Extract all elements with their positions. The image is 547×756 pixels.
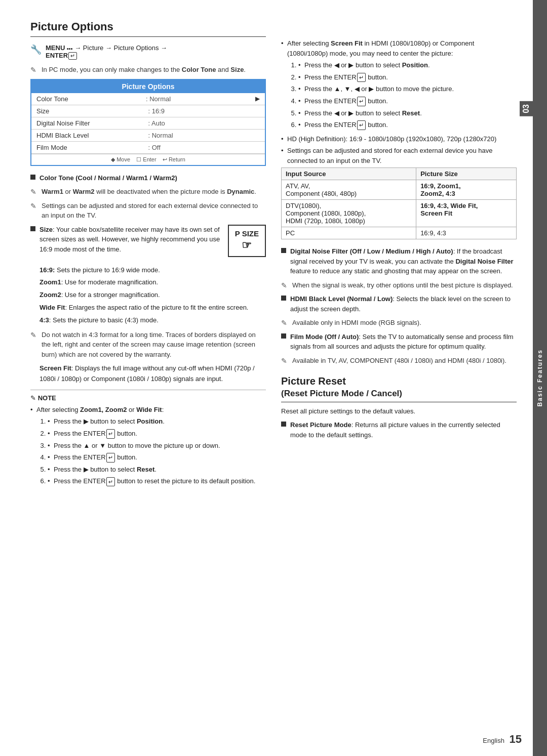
sf-step-6: Press the ENTER↵ button.	[298, 120, 517, 130]
bullet-icon	[30, 175, 35, 180]
row-label-dnf: Digital Noise Filter	[36, 119, 148, 127]
input-source-table: Input Source Picture Size ATV, AV,Compon…	[281, 167, 517, 239]
psize-label: P SIZE	[235, 229, 259, 238]
settings-note: Settings can be adjusted and stored for …	[30, 201, 266, 221]
color-tone-text: Color Tone (Cool / Normal / Warm1 / Warm…	[40, 173, 177, 183]
size-dtv: 16:9, 4:3, Wide Fit,Screen Fit	[416, 200, 517, 227]
sidebar-label: Basic Features	[536, 349, 543, 406]
size-descriptions: 16:9: Sets the picture to 16:9 wide mode…	[30, 265, 266, 326]
sf-step-4: Press the ENTER↵ button.	[298, 96, 517, 106]
table-row: Size : 16:9	[31, 105, 265, 117]
dnf-section: Digital Noise Filter (Off / Low / Medium…	[281, 246, 517, 276]
dnf-note: When the signal is weak, try other optio…	[281, 280, 517, 290]
source-atv: ATV, AV,Component (480i, 480p)	[282, 180, 416, 200]
enter-button-symbol: ↵	[68, 52, 77, 60]
row-label-hdmi: HDMI Black Level	[36, 132, 148, 139]
right-column: After selecting Screen Fit in HDMI (1080…	[281, 20, 517, 490]
source-dtv: DTV(1080i),Component (1080i, 1080p),HDMI…	[282, 200, 416, 227]
table-row-pc: PC 16:9, 4:3	[282, 227, 517, 239]
step-6: Press the ENTER↵ button to reset the pic…	[48, 476, 266, 486]
psize-icon: ☞	[242, 239, 252, 251]
page-footer: English 15	[483, 733, 522, 746]
row-value-size: : 16:9	[148, 107, 260, 115]
section-number: 03	[520, 101, 533, 116]
screen-fit-note: After selecting Screen Fit in HDMI (1080…	[281, 38, 517, 130]
hdmi-note: Available only in HDMI mode (RGB signals…	[281, 318, 517, 328]
hdmi-text: HDMI Black Level (Normal / Low): Selects…	[290, 294, 517, 314]
table-row-atv: ATV, AV,Component (480i, 480p) 16:9, Zoo…	[282, 180, 517, 200]
step-2: Press the ENTER↵ button.	[48, 429, 266, 439]
reset-title: Picture Reset (Reset Picture Mode / Canc…	[281, 375, 517, 402]
table-row-dtv: DTV(1080i),Component (1080i, 1080p),HDMI…	[282, 200, 517, 227]
table-row: Film Mode : Off	[31, 142, 265, 154]
note-label: NOTE	[30, 394, 266, 402]
settings-store-note: Settings can be adjusted and stored for …	[281, 146, 517, 165]
note-item-zoom: After selecting Zoom1, Zoom2 or Wide Fit…	[30, 405, 266, 486]
step-1: Press the ▶ button to select Position.	[48, 416, 266, 427]
table-row: HDMI Black Level : Normal	[31, 130, 265, 142]
size-title-text: Size: Your cable box/satellite receiver …	[40, 225, 266, 261]
row-value-hdmi: : Normal	[148, 132, 260, 139]
screen-fit-list: After selecting Screen Fit in HDMI (1080…	[281, 38, 517, 165]
source-pc: PC	[282, 227, 416, 239]
bullet-icon	[281, 333, 286, 339]
sf-step-1: Press the ◀ or ▶ button to select Positi…	[298, 60, 517, 70]
left-column: Picture Options 🔧 MENU ▪▪▪ → Picture → P…	[30, 20, 266, 490]
size-atv: 16:9, Zoom1,Zoom2, 4:3	[416, 180, 517, 200]
note-list: After selecting Zoom1, Zoom2 or Wide Fit…	[30, 405, 266, 486]
hdmi-section: HDMI Black Level (Normal / Low): Selects…	[281, 294, 517, 314]
size-pc: 16:9, 4:3	[416, 227, 517, 239]
reset-desc: Reset all picture settings to the defaul…	[281, 407, 517, 415]
row-label-color-tone: Color Tone	[36, 95, 146, 103]
intro-note: In PC mode, you can only make changes to…	[30, 65, 266, 75]
reset-picture-mode: Reset Picture Mode: Returns all picture …	[281, 420, 517, 440]
row-label-size: Size	[36, 107, 148, 115]
psize-box: P SIZE ☞	[228, 225, 266, 257]
table-header-size: Picture Size	[416, 168, 517, 180]
enter-btn: ↵	[106, 429, 115, 439]
film-text: Film Mode (Off / Auto): Sets the TV to a…	[290, 332, 517, 352]
table-footer: ◆ Move ☐ Enter ↩ Return	[31, 154, 265, 165]
enter-btn: ↵	[357, 73, 366, 82]
bullet-icon	[281, 296, 286, 301]
table-row: Color Tone : Normal ▶	[31, 93, 265, 105]
hd-note: HD (High Definition): 16:9 - 1080i/1080p…	[281, 134, 517, 144]
steps-zoom: Press the ▶ button to select Position. P…	[36, 416, 266, 486]
row-label-film: Film Mode	[36, 144, 148, 151]
table-header: Picture Options	[31, 80, 265, 93]
footer-lang: English	[483, 737, 504, 744]
table-header-source: Input Source	[282, 168, 416, 180]
film-note: Available in TV, AV, COMPONENT (480i / 1…	[281, 356, 517, 366]
enter-btn: ↵	[106, 453, 115, 463]
picture-options-table: Picture Options Color Tone : Normal ▶ Si…	[30, 79, 266, 166]
row-value-film: : Off	[148, 144, 260, 151]
enter-btn: ↵	[106, 477, 115, 487]
enter-btn: ↵	[357, 120, 366, 130]
warm-note: Warm1 or Warm2 will be deactivated when …	[30, 187, 266, 197]
note-section: NOTE After selecting Zoom1, Zoom2 or Wid…	[30, 390, 266, 486]
sf-step-5: Press the ◀ or ▶ button to select Reset.	[298, 108, 517, 118]
color-tone-section: Color Tone (Cool / Normal / Warm1 / Warm…	[30, 173, 266, 183]
size-section-title: Size: Your cable box/satellite receiver …	[30, 225, 266, 261]
steps-screen-fit: Press the ◀ or ▶ button to select Positi…	[287, 60, 517, 130]
row-value-dnf: : Auto	[148, 119, 260, 127]
bullet-icon	[281, 422, 286, 427]
do-not-watch-note: Do not watch in 4:3 format for a long ti…	[30, 330, 266, 360]
reset-subtitle: (Reset Picture Mode / Cancel)	[281, 389, 402, 398]
menu-icon: 🔧	[30, 44, 42, 55]
page-number: 15	[510, 733, 522, 745]
bullet-icon	[30, 226, 35, 231]
film-section: Film Mode (Off / Auto): Sets the TV to a…	[281, 332, 517, 352]
row-arrow-color-tone: ▶	[255, 95, 260, 102]
page-title: Picture Options	[30, 20, 266, 37]
menu-path-text: MENU ▪▪▪ → Picture → Picture Options →EN…	[46, 44, 167, 60]
screen-fit-desc: Screen Fit: Displays the full image with…	[30, 363, 266, 385]
table-row: Digital Noise Filter : Auto	[31, 117, 265, 130]
sf-step-2: Press the ENTER↵ button.	[298, 72, 517, 82]
enter-btn: ↵	[357, 97, 366, 106]
dnf-text: Digital Noise Filter (Off / Low / Medium…	[290, 246, 517, 276]
row-value-color-tone: : Normal	[146, 95, 255, 103]
step-3: Press the ▲ or ▼ button to move the pict…	[48, 441, 266, 451]
reset-mode-text: Reset Picture Mode: Returns all picture …	[290, 420, 517, 440]
sf-step-3: Press the ▲, ▼, ◀ or ▶ button to move th…	[298, 84, 517, 94]
